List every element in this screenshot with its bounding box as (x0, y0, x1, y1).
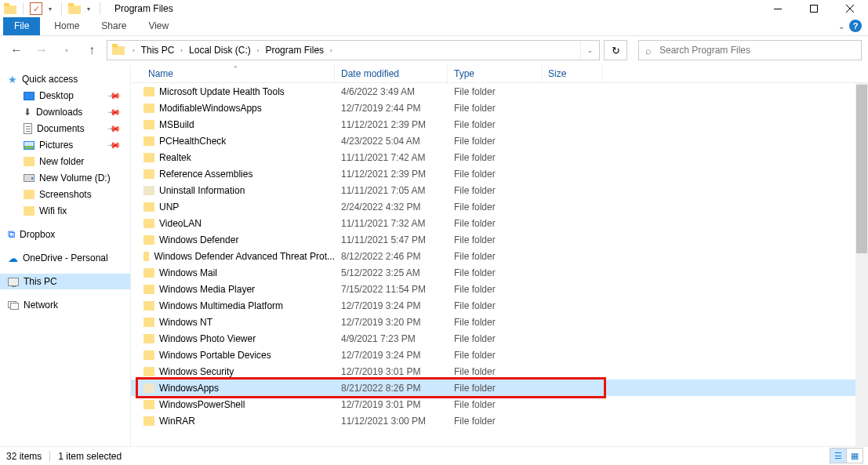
pc-icon (8, 278, 19, 286)
file-date: 12/7/2019 2:44 PM (335, 103, 448, 114)
up-button[interactable]: ↑ (82, 39, 102, 61)
sidebar-network[interactable]: Network (0, 297, 130, 313)
file-type: File folder (448, 136, 542, 147)
navigation-pane: ★Quick access Desktop📌 ⬇Downloads📌 Docum… (0, 64, 131, 446)
sidebar-onedrive[interactable]: ☁OneDrive - Personal (0, 250, 130, 266)
tab-file[interactable]: File (3, 17, 40, 35)
folder-icon (24, 190, 35, 199)
breadcrumb-this-pc[interactable]: This PC (138, 41, 178, 60)
qat-properties-button[interactable]: ✓ (30, 2, 42, 15)
file-row[interactable]: Windows NT12/7/2019 3:20 PMFile folder (131, 314, 855, 330)
breadcrumb-chevron-2[interactable]: › (254, 47, 263, 54)
file-row[interactable]: Windows Photo Viewer4/9/2021 7:23 PMFile… (131, 330, 855, 347)
status-selection-count: 1 item selected (58, 451, 122, 462)
sidebar-quick-access[interactable]: ★Quick access (0, 71, 130, 87)
file-type: File folder (448, 366, 542, 377)
help-icon[interactable]: ? (849, 20, 862, 32)
file-row[interactable]: Windows Defender11/11/2021 5:47 PMFile f… (131, 231, 855, 248)
tab-home[interactable]: Home (43, 17, 90, 35)
file-row[interactable]: Windows Defender Advanced Threat Prot...… (131, 248, 855, 264)
pin-icon: 📌 (106, 104, 121, 119)
search-icon: ⌕ (639, 45, 658, 56)
sidebar-pictures[interactable]: Pictures📌 (0, 137, 130, 153)
sidebar-desktop[interactable]: Desktop📌 (0, 88, 130, 104)
minimize-button[interactable] (760, 0, 796, 17)
folder-icon (143, 301, 154, 311)
pictures-icon (24, 141, 35, 150)
address-bar[interactable]: › This PC › Local Disk (C:) › Program Fi… (107, 40, 600, 60)
file-type: File folder (448, 86, 542, 97)
address-folder-icon (112, 44, 125, 55)
file-row[interactable]: Uninstall Information11/11/2021 7:05 AMF… (131, 182, 855, 198)
breadcrumb-chevron-3[interactable]: › (327, 47, 336, 54)
file-row[interactable]: Windows Security12/7/2019 3:01 PMFile fo… (131, 363, 855, 380)
file-row[interactable]: VideoLAN11/11/2021 7:32 AMFile folder (131, 215, 855, 231)
column-size[interactable]: Size (542, 64, 603, 82)
tab-share[interactable]: Share (90, 17, 137, 35)
file-date: 12/7/2019 3:01 PM (335, 366, 448, 377)
sidebar-dropbox[interactable]: ⧉Dropbox (0, 227, 130, 242)
file-row[interactable]: UNP2/24/2022 4:32 PMFile folder (131, 198, 855, 215)
file-type: File folder (448, 383, 542, 394)
file-row[interactable]: Windows Multimedia Platform12/7/2019 3:2… (131, 297, 855, 314)
folder-icon (143, 136, 154, 146)
file-row[interactable]: Windows Portable Devices12/7/2019 3:24 P… (131, 347, 855, 363)
folder-icon (24, 157, 35, 166)
file-row[interactable]: WinRAR11/12/2021 3:00 PMFile folder (131, 412, 855, 429)
title-dropdown[interactable]: ▾ (84, 5, 93, 13)
file-type: File folder (448, 103, 542, 114)
file-date: 11/12/2021 2:39 PM (335, 169, 448, 180)
file-row[interactable]: Windows Media Player7/15/2022 11:54 PMFi… (131, 281, 855, 297)
file-list: Microsoft Update Health Tools4/6/2022 3:… (131, 83, 855, 429)
navigation-row: ← → ▾ ↑ › This PC › Local Disk (C:) › Pr… (0, 36, 868, 64)
address-dropdown[interactable]: ⌄ (580, 41, 599, 60)
sidebar-screenshots[interactable]: Screenshots (0, 187, 130, 202)
file-name: PCHealthCheck (159, 136, 226, 147)
ribbon-expand-button[interactable]: ⌄ (838, 22, 844, 31)
file-type: File folder (448, 202, 542, 213)
file-type: File folder (448, 416, 542, 427)
breadcrumb-chevron-1[interactable]: › (177, 47, 186, 54)
search-box[interactable]: ⌕ (638, 40, 862, 60)
file-name: VideoLAN (159, 218, 202, 229)
file-row[interactable]: Reference Assemblies11/12/2021 2:39 PMFi… (131, 165, 855, 182)
sidebar-documents[interactable]: Documents📌 (0, 121, 130, 136)
column-date-modified[interactable]: Date modified (335, 64, 448, 82)
back-button[interactable]: ← (6, 39, 27, 61)
file-row[interactable]: PCHealthCheck4/23/2022 5:04 AMFile folde… (131, 133, 855, 149)
svg-rect-1 (811, 5, 818, 13)
file-row[interactable]: WindowsPowerShell12/7/2019 3:01 PMFile f… (131, 396, 855, 412)
file-date: 12/7/2019 3:01 PM (335, 399, 448, 410)
file-date: 2/24/2022 4:32 PM (335, 202, 448, 213)
qat-dropdown[interactable]: ▾ (45, 5, 55, 13)
breadcrumb-root-chevron[interactable]: › (129, 47, 138, 54)
close-button[interactable] (832, 0, 868, 17)
scrollbar-thumb[interactable] (856, 85, 867, 253)
maximize-button[interactable] (796, 0, 832, 17)
sidebar-this-pc[interactable]: This PC (0, 274, 130, 289)
column-type[interactable]: Type (448, 64, 542, 82)
file-row[interactable]: Microsoft Update Health Tools4/6/2022 3:… (131, 83, 855, 100)
file-date: 12/7/2019 3:20 PM (335, 317, 448, 328)
vertical-scrollbar[interactable] (855, 83, 868, 446)
sidebar-downloads[interactable]: ⬇Downloads📌 (0, 104, 130, 120)
file-row[interactable]: WindowsApps8/21/2022 8:26 PMFile folder (131, 380, 855, 396)
refresh-button[interactable]: ↻ (604, 40, 627, 60)
breadcrumb-program-files[interactable]: Program Files (262, 41, 327, 60)
file-row[interactable]: Realtek11/11/2021 7:42 AMFile folder (131, 149, 855, 165)
sidebar-new-volume[interactable]: New Volume (D:) (0, 170, 130, 186)
file-row[interactable]: Windows Mail5/12/2022 3:25 AMFile folder (131, 264, 855, 281)
sidebar-wifi-fix[interactable]: Wifi fix (0, 203, 130, 219)
file-row[interactable]: ModifiableWindowsApps12/7/2019 2:44 PMFi… (131, 100, 855, 116)
forward-button[interactable]: → (31, 39, 52, 61)
recent-locations-button[interactable]: ▾ (56, 39, 77, 61)
file-date: 11/11/2021 5:47 PM (335, 234, 448, 245)
breadcrumb-local-disk[interactable]: Local Disk (C:) (186, 41, 254, 60)
sidebar-new-folder[interactable]: New folder (0, 154, 130, 169)
view-details-button[interactable]: ☰ (830, 448, 847, 463)
tab-view[interactable]: View (137, 17, 180, 35)
search-input[interactable] (658, 45, 861, 56)
view-large-icons-button[interactable]: ▦ (846, 448, 863, 463)
file-date: 11/12/2021 2:39 PM (335, 119, 448, 130)
file-row[interactable]: MSBuild11/12/2021 2:39 PMFile folder (131, 116, 855, 133)
